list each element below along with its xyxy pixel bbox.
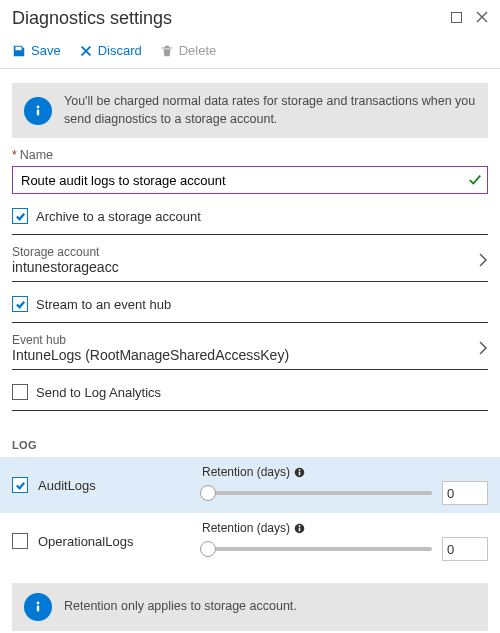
save-icon (12, 44, 26, 58)
archive-checkbox[interactable] (12, 208, 28, 224)
auditlogs-checkbox[interactable] (12, 477, 28, 493)
required-asterisk: * (12, 148, 17, 162)
divider (12, 234, 488, 235)
stream-checkbox[interactable] (12, 296, 28, 312)
archive-checkbox-row[interactable]: Archive to a storage account (12, 208, 488, 224)
info-icon[interactable] (294, 523, 305, 534)
info-icon (24, 97, 52, 125)
save-button[interactable]: Save (12, 43, 61, 58)
svg-rect-1 (37, 109, 39, 115)
discard-label: Discard (98, 43, 142, 58)
info-icon (24, 593, 52, 621)
info-icon[interactable] (294, 467, 305, 478)
delete-button: Delete (160, 43, 217, 58)
svg-point-0 (37, 105, 40, 108)
discard-button[interactable]: Discard (79, 43, 142, 58)
send-la-checkbox-row[interactable]: Send to Log Analytics (12, 384, 488, 400)
info-banner-rates: You'll be charged normal data rates for … (12, 83, 488, 138)
chevron-right-icon (478, 253, 488, 267)
info-banner-retention: Retention only applies to storage accoun… (12, 583, 488, 631)
divider (12, 281, 488, 282)
operationallogs-label: OperationalLogs (38, 534, 133, 549)
svg-point-7 (299, 525, 301, 527)
name-label: Name (20, 148, 53, 162)
save-label: Save (31, 43, 61, 58)
retention-label: Retention (days) (202, 521, 290, 535)
window-controls (451, 11, 488, 26)
discard-icon (79, 44, 93, 58)
auditlogs-label: AuditLogs (38, 478, 96, 493)
log-row-auditlogs: AuditLogs Retention (days) (0, 457, 500, 513)
name-input[interactable] (12, 166, 488, 194)
event-hub-selector[interactable]: Event hub IntuneLogs (RootManageSharedAc… (12, 333, 488, 365)
close-icon[interactable] (476, 11, 488, 26)
svg-rect-9 (37, 606, 39, 612)
log-row-operationallogs: OperationalLogs Retention (days) (0, 513, 500, 569)
divider (12, 322, 488, 323)
slider-thumb[interactable] (200, 541, 216, 557)
blade-header: Diagnostics settings (0, 0, 500, 35)
svg-point-4 (299, 469, 301, 471)
delete-icon (160, 44, 174, 58)
retention-banner-text: Retention only applies to storage accoun… (64, 598, 297, 616)
slider-thumb[interactable] (200, 485, 216, 501)
svg-rect-3 (299, 471, 300, 475)
storage-account-selector[interactable]: Storage account intunestorageacc (12, 245, 488, 277)
operationallogs-checkbox[interactable] (12, 533, 28, 549)
operationallogs-retention-input[interactable] (442, 537, 488, 561)
send-la-checkbox[interactable] (12, 384, 28, 400)
storage-account-value: intunestorageacc (12, 259, 119, 275)
page-title: Diagnostics settings (12, 8, 172, 29)
divider (12, 369, 488, 370)
checkmark-icon (468, 173, 482, 187)
maximize-icon[interactable] (451, 11, 462, 26)
divider (12, 410, 488, 411)
stream-checkbox-row[interactable]: Stream to an event hub (12, 296, 488, 312)
storage-account-label: Storage account (12, 245, 119, 259)
operationallogs-retention-slider[interactable] (202, 547, 432, 551)
auditlogs-retention-slider[interactable] (202, 491, 432, 495)
stream-label: Stream to an event hub (36, 297, 171, 312)
chevron-right-icon (478, 341, 488, 355)
svg-rect-6 (299, 527, 300, 531)
delete-label: Delete (179, 43, 217, 58)
event-hub-value: IntuneLogs (RootManageSharedAccessKey) (12, 347, 289, 363)
event-hub-label: Event hub (12, 333, 289, 347)
log-section-caption: LOG (12, 439, 488, 451)
archive-label: Archive to a storage account (36, 209, 201, 224)
toolbar: Save Discard Delete (0, 35, 500, 69)
info-banner-text: You'll be charged normal data rates for … (64, 93, 476, 128)
retention-label: Retention (days) (202, 465, 290, 479)
auditlogs-retention-input[interactable] (442, 481, 488, 505)
svg-point-8 (37, 602, 40, 605)
send-la-label: Send to Log Analytics (36, 385, 161, 400)
